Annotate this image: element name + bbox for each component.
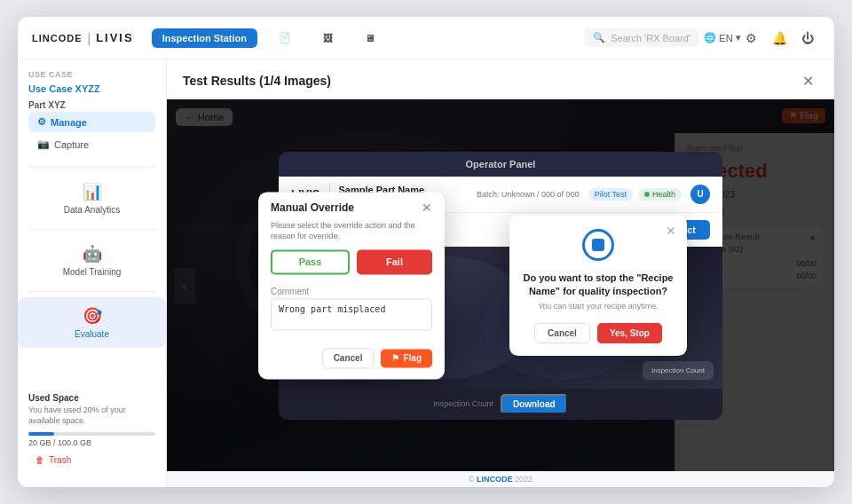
manage-icon: ⚙ [37,116,46,128]
used-space-text: You have used 20% of your available spac… [28,405,155,427]
download-btn[interactable]: Download [501,394,568,414]
lang-btn[interactable]: 🌐 EN ▾ [710,26,735,51]
used-space-title: Used Space [28,393,155,403]
health-badge: Health [638,188,682,201]
document-icon: 📄 [279,32,291,43]
search-bar[interactable]: 🔍 Search 'RX Board' [584,28,699,47]
op-batch: Batch: Unknown / 000 of 000 [477,190,580,199]
model-training-label: Model Training [63,267,122,277]
analytics-icon: 📊 [83,182,102,201]
search-placeholder: Search 'RX Board' [611,33,690,43]
op-panel-header: Operator Panel [279,152,722,177]
flag-action-btn[interactable]: ⚑ Flag [381,349,432,367]
operator-overlay: Operator Panel LIVIS Sample Part Name SK… [167,99,834,471]
storage-progress-fill [28,432,54,436]
manage-btn[interactable]: ⚙ Manage [28,112,155,132]
stop-title: Do you want to stop the "Recipe Name" fo… [522,272,674,299]
stop-dialog-footer: Cancel Yes, Stop [522,323,674,343]
sidebar-divider-1 [28,167,155,168]
used-space-section: Used Space You have used 20% of your ava… [18,386,166,476]
app-footer: © LINCODE 2022 [167,471,834,487]
document-nav-btn[interactable]: 📄 [268,28,302,48]
content-area: Test Results (1/4 Images) ✕ [167,59,834,487]
override-cancel-btn[interactable]: Cancel [322,348,375,368]
capture-label: Capture [54,139,89,150]
pilot-test-badge: Pilot Test [588,188,633,201]
fail-btn[interactable]: Fail [357,249,432,274]
storage-used: 20 GB [28,438,51,447]
manual-override-close-btn[interactable]: ✕ [422,201,432,215]
dialog-footer: Cancel ⚑ Flag [258,343,445,379]
content-title: Test Results (1/4 Images) [183,74,331,88]
sidebar: Use Case Use Case XYZZ Part XYZ ⚙ Manage… [18,59,167,487]
dialog-header: Manual Override ✕ [258,192,445,220]
op-footer: Inspection Count Download [279,389,722,420]
manual-override-dialog: Manual Override ✕ Please select the over… [258,192,445,379]
inspection-station-btn[interactable]: Inspection Station [152,28,257,48]
pass-btn[interactable]: Pass [271,249,350,274]
stop-icon-circle [582,229,614,261]
bell-icon: 🔔 [772,31,787,45]
manage-label: Manage [51,117,87,128]
stop-recipe-close-btn[interactable]: ✕ [666,224,676,238]
panel-body: ← Home ⚑ Flag ‹ › Supervised Test Re [167,99,834,471]
part-label: Part XYZ [28,100,155,110]
data-analytics-nav[interactable]: 📊 Data Analytics [18,173,166,224]
notifications-btn[interactable]: 🔔 [767,26,792,51]
evaluate-label: Evaluate [75,329,109,339]
model-icon: 🤖 [83,244,102,264]
model-training-nav[interactable]: 🤖 Model Training [18,235,166,286]
op-badges: Pilot Test Health [588,188,682,201]
flag-action-icon: ⚑ [391,353,399,363]
logo-divider: | [88,31,91,45]
search-icon: 🔍 [593,32,605,43]
stop-subtitle: You can start your recipe anytime. [522,302,674,311]
image-icon: 🖼 [323,33,333,43]
logo-area: LINCODE | LIVIS [32,31,134,45]
stop-cancel-btn[interactable]: Cancel [534,323,590,343]
dialog-title: Manual Override [271,201,354,214]
capture-icon: 📷 [37,138,50,150]
user-avatar: U [690,185,710,204]
data-analytics-label: Data Analytics [64,205,120,215]
footer-brand: LINCODE [477,475,513,484]
lang-label: EN [719,33,732,43]
logo-livis: LIVIS [96,31,134,44]
stop-confirm-btn[interactable]: Yes, Stop [597,323,662,343]
sidebar-divider-3 [28,291,155,292]
storage-total: 100.0 GB [58,438,91,447]
close-btn[interactable]: ✕ [797,70,818,91]
sidebar-divider-2 [28,229,155,230]
op-footer-count-label: Inspection Count [433,399,493,408]
monitor-icon: 🖥 [365,33,375,43]
power-icon: ⏻ [801,31,814,45]
main-layout: Use Case Use Case XYZZ Part XYZ ⚙ Manage… [18,59,834,487]
trash-label: Trash [49,455,71,465]
storage-size: 20 GB / 100.0 GB [28,438,155,447]
op-result-overlay: Inspection Count [643,361,714,380]
comment-input[interactable]: Wrong part misplaced [271,298,432,330]
use-case-section: Use Case Use Case XYZZ Part XYZ ⚙ Manage… [18,70,166,161]
logo-lincode: LINCODE [32,33,83,43]
stop-icon-inner [592,239,604,251]
image-nav-btn[interactable]: 🖼 [312,28,343,48]
top-nav: LINCODE | LIVIS Inspection Station 📄 🖼 🖥… [18,17,834,59]
monitor-nav-btn[interactable]: 🖥 [354,28,385,48]
comment-label: Comment [258,283,445,298]
use-case-label: Use Case [28,70,155,79]
evaluate-icon: 🎯 [83,306,102,326]
globe-icon: 🌐 [704,32,716,43]
gear-icon: ⚙ [746,31,757,45]
health-label: Health [652,190,675,199]
health-dot [644,192,650,197]
app-window: LINCODE | LIVIS Inspection Station 📄 🖼 🖥… [18,17,834,487]
settings-btn[interactable]: ⚙ [738,26,763,51]
dialog-actions: Pass Fail [258,249,445,283]
flag-action-label: Flag [403,353,422,363]
evaluate-nav[interactable]: 🎯 Evaluate [18,297,166,348]
capture-btn[interactable]: 📷 Capture [28,134,155,154]
sidebar-use-case-item[interactable]: Use Case XYZZ [28,81,155,97]
power-btn[interactable]: ⏻ [795,26,820,51]
trash-btn[interactable]: 🗑 Trash [28,451,155,469]
content-header: Test Results (1/4 Images) ✕ [167,59,834,99]
